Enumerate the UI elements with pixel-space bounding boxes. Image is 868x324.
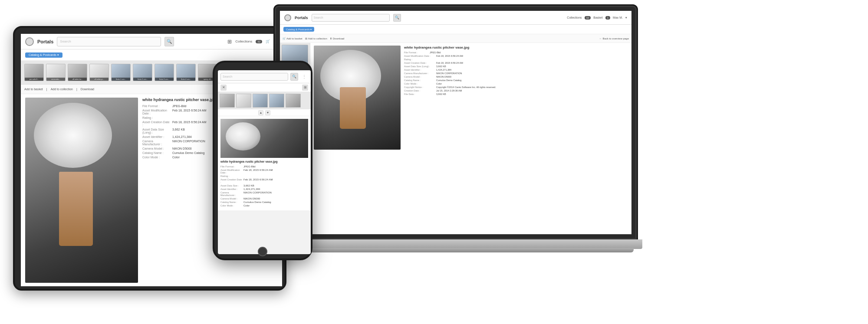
phone: Search 🔍 ⋮ ✕ ⊞	[213, 61, 312, 260]
laptop-meta-cam-model: Camera Model : NIKON D5000	[404, 75, 628, 78]
tablet-thumb-5[interactable]: Seite 1 von...	[111, 64, 131, 81]
tablet-thumb-2[interactable]: minimalist...	[46, 64, 66, 81]
laptop-add-basket-btn[interactable]: 🛒 Add to basket	[283, 37, 302, 40]
tablet-add-basket-btn[interactable]: Add to basket	[24, 88, 43, 91]
laptop-search-button[interactable]: 🔍	[393, 14, 401, 22]
tablet-logo-text: Portals	[37, 39, 53, 44]
laptop: Portals Search 🔍 Collections 32 Basket 1	[269, 4, 642, 308]
laptop-label-creation2: Creation Date :	[404, 89, 434, 92]
phone-label-color: Color Mode :	[220, 204, 242, 207]
phone-nav-arrows: ▲ ▼	[218, 109, 311, 116]
laptop-value-size: 3,662 KB	[436, 65, 446, 68]
phone-label-rating: Rating :	[220, 175, 242, 177]
phone-home-button[interactable]	[258, 247, 267, 256]
tablet-search-input[interactable]: Search	[57, 37, 161, 46]
tablet-label-color: Color Mode :	[142, 156, 171, 159]
portals-logo-icon	[25, 37, 34, 46]
grid-icon[interactable]: ⊞	[227, 39, 232, 45]
phone-thumb-5[interactable]	[286, 94, 301, 108]
laptop-user-dropdown-icon[interactable]: ▾	[625, 16, 627, 20]
phone-search-icon: 🔍	[292, 75, 296, 79]
tablet-thumb-2-label: minimalist...	[46, 78, 65, 81]
phone-thumb-4[interactable]	[269, 94, 284, 108]
phone-search-input[interactable]: Search	[220, 73, 288, 81]
tablet-thumb-6[interactable]: Seite 2 von...	[133, 64, 152, 81]
tablet-value-format: JPEG-Bild	[172, 105, 186, 108]
phone-label-moddate: Asset Modification Date :	[220, 169, 242, 174]
phone-thumb-1[interactable]	[220, 94, 235, 108]
phone-value-creation: Feb 18, 2015 6:56:24 AM	[243, 178, 273, 183]
phone-thumb-2[interactable]	[236, 94, 251, 108]
laptop-add-collection-btn[interactable]: ⊞ Add to collection	[305, 37, 327, 40]
laptop-info-area: white hydrangea rustic pitcher vase.jpg …	[404, 46, 628, 232]
phone-thumbnail-strip	[218, 92, 311, 109]
tablet-thumb-1[interactable]: per sofa 8...	[24, 64, 44, 81]
laptop-meta-catalog: Catalog Name : Cumulus Demo Catalog	[404, 79, 628, 82]
laptop-value-format: JPEG-Bild	[430, 51, 441, 54]
laptop-value-color: Color	[436, 82, 442, 85]
laptop-catalog-button[interactable]: Catalog & Postcards ▾	[283, 27, 314, 32]
phone-label-format: File Format :	[220, 165, 242, 168]
laptop-label-rating: Rating :	[404, 58, 428, 61]
laptop-image-area	[314, 46, 401, 150]
laptop-value-copyright: Copyright ©2014 Canto Software Inc. All …	[436, 86, 496, 88]
laptop-meta-creation: Asset Creation Date : Feb 18, 2015 6:56:…	[404, 62, 628, 64]
tablet-thumb-4[interactable]: off white pi...	[89, 64, 109, 81]
phone-label-cam-model: Camera Model :	[220, 197, 242, 200]
tablet-thumb-8[interactable]: Seite 4 von...	[176, 64, 196, 81]
tablet-thumb-3-label: off white be...	[68, 78, 87, 81]
phone-nav-up-button[interactable]: ▲	[258, 110, 263, 115]
laptop-user-label: Max M.	[613, 16, 623, 19]
collection-add-icon: ⊞	[305, 37, 307, 40]
laptop-basket-badge: 1	[605, 16, 610, 20]
laptop-search-placeholder: Search	[314, 16, 323, 19]
tablet-label-cam-mfr: Camera Manufacturer :	[142, 140, 171, 146]
phone-grid-button[interactable]: ⊞	[302, 85, 308, 91]
phone-close-button[interactable]: ✕	[220, 85, 227, 91]
tablet-add-collection-btn[interactable]: Add to collection	[51, 88, 73, 91]
tablet-value-identifier: 1,424,271,384	[172, 135, 192, 138]
tablet-value-catalog: Cumulus Demo Catalog	[172, 151, 204, 154]
laptop-label-creation: Asset Creation Date :	[404, 62, 434, 64]
tablet-label-catalog: Catalog Name :	[142, 151, 171, 154]
tablet-label-rating: Rating :	[142, 116, 171, 119]
laptop-value-catalog: Cumulus Demo Catalog	[436, 79, 461, 82]
phone-search-button[interactable]: 🔍	[290, 73, 298, 81]
laptop-label-catalog: Catalog Name :	[404, 79, 434, 82]
laptop-label-moddate: Asset Modification Date :	[404, 55, 434, 57]
phone-value-cam-model: NIKON D5000	[243, 197, 260, 200]
scene: Portals Search 🔍 ⊞ Collections 32 🛒	[0, 0, 868, 324]
laptop-subnav: Catalog & Postcards ▾	[280, 25, 631, 34]
tablet-catalog-button[interactable]: Catalog & Postcards ▾	[25, 52, 62, 58]
tablet-thumb-1-label: per sofa 8...	[25, 78, 43, 81]
basket-add-icon: 🛒	[283, 37, 286, 40]
laptop-back-link[interactable]: ← Back to overview page	[599, 37, 629, 40]
laptop-nav: Portals Search 🔍 Collections 32 Basket 1	[280, 11, 631, 25]
laptop-search-input[interactable]: Search	[312, 14, 390, 22]
tablet-thumb-7[interactable]: Seite 3 von...	[155, 64, 174, 81]
phone-image-title: white hydrangea rustic pitcher vase.jpg	[220, 160, 308, 164]
tablet-collections-label: Collections	[235, 39, 252, 43]
phone-body: Search 🔍 ⋮ ✕ ⊞	[213, 61, 312, 260]
phone-thumb-3[interactable]	[253, 94, 268, 108]
laptop-meta-copyright: Copyright Notice : Copyright ©2014 Canto…	[404, 86, 628, 88]
tablet-label-format: File Format :	[142, 105, 171, 108]
laptop-download-btn[interactable]: ⬇ Download	[330, 37, 345, 40]
phone-nav-down-button[interactable]: ▼	[265, 110, 270, 115]
laptop-value-cam-model: NIKON D5000	[436, 75, 451, 78]
laptop-value-cam-mfr: NIKON CORPORATION	[436, 72, 462, 75]
laptop-nav-right: Collections 32 Basket 1 Max M. ▾	[567, 16, 627, 20]
tablet-download-btn[interactable]: Download	[81, 88, 94, 91]
tablet-search-button[interactable]: 🔍	[164, 37, 174, 46]
laptop-meta-identifier: Asset Identifier : 1,424,271,384	[404, 69, 628, 71]
laptop-label-cam-mfr: Camera Manufacturer :	[404, 72, 434, 75]
tablet-thumb-5-label: Seite 1 von...	[112, 78, 130, 81]
tablet-separator-1: |	[46, 88, 47, 91]
laptop-detail-area: white hydrangea rustic pitcher vase.jpg …	[310, 43, 631, 234]
phone-value-format: JPEG-Bild	[243, 165, 256, 168]
tablet-thumb-3[interactable]: off white be...	[68, 64, 87, 81]
tablet-flower-image	[25, 98, 138, 283]
phone-content: white hydrangea rustic pitcher vase.jpg …	[218, 116, 311, 210]
phone-menu-button[interactable]: ⋮	[300, 73, 308, 81]
tablet-thumb-6-label: Seite 2 von...	[133, 78, 152, 81]
